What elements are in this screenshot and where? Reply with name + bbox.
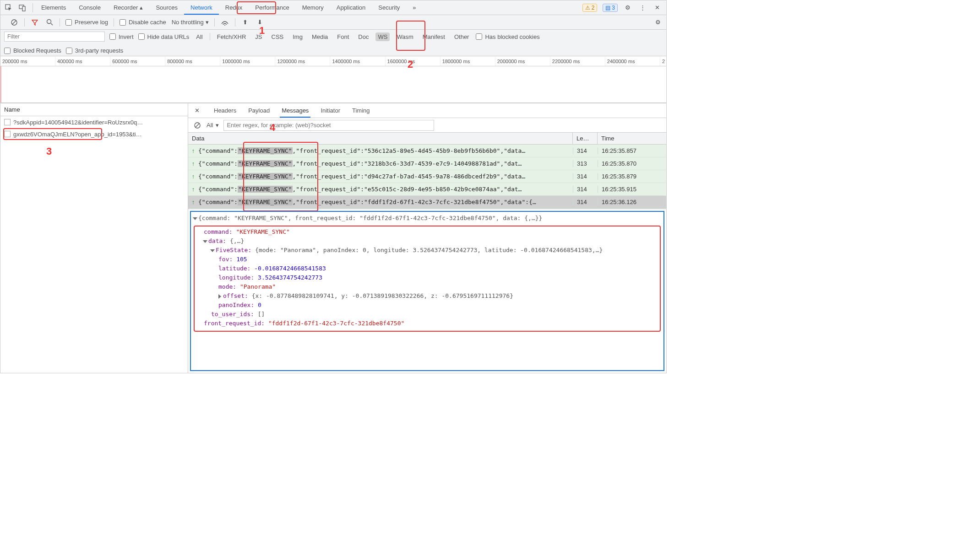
- svg-rect-2: [22, 6, 25, 11]
- detail-line: longitude: 3.5264374754242773: [196, 273, 658, 282]
- pill-fetch[interactable]: Fetch/XHR: [215, 32, 249, 41]
- message-length: 314: [573, 173, 598, 180]
- warnings-badge[interactable]: ⚠ 2: [582, 4, 598, 12]
- tab-recorder[interactable]: Recorder▴: [107, 0, 149, 15]
- message-detail-pane: {command: "KEYFRAME_SYNC", front_request…: [190, 211, 664, 371]
- panel-tabs: Elements Console Recorder▴ Sources Netwo…: [35, 0, 423, 15]
- chevron-down-icon: ▾: [216, 122, 219, 129]
- disclosure-triangle-icon[interactable]: [193, 217, 197, 220]
- tab-headers[interactable]: Headers: [212, 103, 238, 118]
- detail-line: to_user_ids: []: [196, 310, 658, 319]
- blocked-cookies-checkbox[interactable]: Has blocked cookies: [476, 33, 539, 40]
- pill-other[interactable]: Other: [452, 32, 472, 41]
- tab-console[interactable]: Console: [72, 0, 107, 15]
- disclosure-triangle-icon[interactable]: [203, 240, 207, 243]
- hide-data-urls-checkbox[interactable]: Hide data URLs: [138, 33, 190, 40]
- ruler-tick: 2: [660, 56, 666, 66]
- messages-filter-dropdown[interactable]: All ▾: [207, 122, 219, 129]
- detail-line-top: {command: "KEYFRAME_SYNC", front_request…: [194, 214, 661, 223]
- ruler-tick: 2200000 ms: [550, 56, 605, 66]
- message-length: 314: [573, 199, 598, 205]
- message-row[interactable]: ↑{"command":"KEYFRAME_SYNC","front_reque…: [188, 196, 666, 209]
- invert-checkbox[interactable]: Invert: [109, 33, 134, 40]
- request-list: Name ?sdkAppid=1400549412&identifier=RoU…: [0, 103, 188, 373]
- pill-doc[interactable]: Doc: [356, 32, 371, 41]
- timeline-ruler[interactable]: 200000 ms 400000 ms 600000 ms 800000 ms …: [0, 56, 666, 66]
- arrow-up-icon: ↑: [188, 147, 198, 154]
- timeline-overview[interactable]: [0, 66, 666, 103]
- tab-initiator[interactable]: Initiator: [319, 103, 342, 118]
- kebab-menu-icon[interactable]: ⋮: [638, 3, 647, 12]
- pill-img[interactable]: Img: [290, 32, 305, 41]
- device-toolbar-icon[interactable]: [18, 3, 27, 12]
- pill-wasm[interactable]: Wasm: [394, 32, 415, 41]
- invert-label: Invert: [119, 33, 134, 40]
- filter-bar: Invert Hide data URLs All Fetch/XHR JS C…: [0, 30, 666, 56]
- inspect-icon[interactable]: [4, 3, 13, 12]
- disclosure-triangle-icon[interactable]: [210, 249, 215, 252]
- svg-line-4: [12, 21, 16, 24]
- request-detail: ✕ Headers Payload Messages Initiator Tim…: [188, 103, 666, 373]
- messages-filter-label: All: [207, 122, 213, 129]
- filter-input[interactable]: [4, 32, 105, 42]
- message-row[interactable]: ↑{"command":"KEYFRAME_SYNC","front_reque…: [188, 183, 666, 196]
- close-detail-icon[interactable]: ✕: [193, 107, 201, 115]
- message-row[interactable]: ↑{"command":"KEYFRAME_SYNC","front_reque…: [188, 145, 666, 157]
- tab-elements[interactable]: Elements: [35, 0, 72, 15]
- messages-toolbar: All ▾: [188, 118, 666, 133]
- pill-media[interactable]: Media: [310, 32, 330, 41]
- message-row[interactable]: ↑{"command":"KEYFRAME_SYNC","front_reque…: [188, 157, 666, 170]
- detail-line: front_request_id: "fddf1f2d-67f1-42c3-7c…: [196, 319, 658, 328]
- warnings-count: 2: [592, 5, 595, 11]
- tab-timing[interactable]: Timing: [350, 103, 372, 118]
- pill-js[interactable]: JS: [253, 32, 264, 41]
- search-icon[interactable]: [45, 18, 54, 27]
- tab-redux[interactable]: Redux: [219, 0, 249, 15]
- clear-messages-icon[interactable]: [193, 121, 202, 130]
- close-devtools-icon[interactable]: ✕: [653, 3, 662, 12]
- col-data: Data: [188, 133, 573, 144]
- detail-line: offset: {x: -0.8778489828109741, y: -0.0…: [196, 291, 658, 301]
- tab-performance[interactable]: Performance: [249, 0, 295, 15]
- blocked-requests-label: Blocked Requests: [13, 47, 61, 54]
- tab-application[interactable]: Application: [330, 0, 372, 15]
- tab-more[interactable]: »: [406, 0, 422, 15]
- blocked-requests-checkbox[interactable]: Blocked Requests: [4, 47, 61, 54]
- settings-icon[interactable]: ⚙: [623, 3, 632, 12]
- type-filter-pills: All Fetch/XHR JS CSS Img Media Font Doc …: [194, 32, 471, 41]
- import-har-icon[interactable]: ⬆: [241, 18, 250, 27]
- pill-all[interactable]: All: [194, 32, 205, 41]
- clear-icon[interactable]: [10, 18, 19, 27]
- tab-security[interactable]: Security: [372, 0, 406, 15]
- pill-css[interactable]: CSS: [269, 32, 286, 41]
- message-data: {"command":"KEYFRAME_SYNC","front_reques…: [198, 160, 573, 167]
- preserve-log-checkbox[interactable]: Preserve log: [65, 19, 108, 26]
- throttling-dropdown[interactable]: No throttling ▾: [172, 19, 209, 26]
- pill-manifest[interactable]: Manifest: [420, 32, 447, 41]
- arrow-up-icon: ↑: [188, 186, 198, 193]
- tab-messages[interactable]: Messages: [280, 103, 310, 118]
- arrow-up-icon: ↑: [188, 199, 198, 205]
- network-conditions-icon[interactable]: [220, 18, 229, 27]
- tab-memory[interactable]: Memory: [296, 0, 330, 15]
- filter-icon[interactable]: [30, 18, 39, 27]
- third-party-checkbox[interactable]: 3rd-party requests: [66, 47, 124, 54]
- tab-network[interactable]: Network: [184, 0, 219, 15]
- export-har-icon[interactable]: ⬇: [256, 18, 265, 27]
- message-row[interactable]: ↑{"command":"KEYFRAME_SYNC","front_reque…: [188, 170, 666, 183]
- disclosure-triangle-icon[interactable]: [218, 294, 221, 299]
- issues-badge[interactable]: ▤ 3: [603, 4, 618, 12]
- request-row[interactable]: gxwdz6VOmaQJmELN?open_app_id=1953&ti…: [0, 128, 188, 140]
- messages-regex-input[interactable]: [223, 120, 434, 131]
- arrow-up-icon: ↑: [188, 173, 198, 180]
- file-icon: [4, 131, 11, 137]
- tab-payload[interactable]: Payload: [246, 103, 272, 118]
- pill-font[interactable]: Font: [335, 32, 351, 41]
- request-row[interactable]: ?sdkAppid=1400549412&identifier=RoUzsrx0…: [0, 116, 188, 128]
- tab-recorder-label: Recorder: [114, 4, 138, 11]
- network-settings-icon[interactable]: ⚙: [653, 18, 663, 27]
- tab-sources[interactable]: Sources: [149, 0, 184, 15]
- disable-cache-checkbox[interactable]: Disable cache: [120, 19, 166, 26]
- chevron-down-icon: ▾: [206, 19, 209, 26]
- pill-ws[interactable]: WS: [375, 32, 390, 41]
